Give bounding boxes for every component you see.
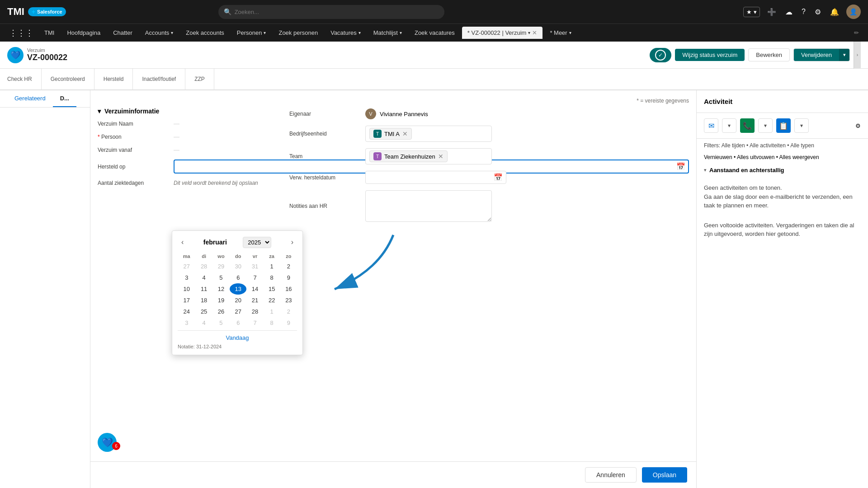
nav-item-tmi[interactable]: TMI (39, 27, 60, 39)
nav-item-matchlijst[interactable]: Matchlijst ▾ (368, 27, 407, 39)
calendar-day[interactable]: 2 (280, 261, 297, 272)
calendar-day[interactable]: 27 (178, 261, 196, 272)
email-dropdown-icon[interactable]: ▾ (722, 118, 736, 133)
nav-item-zoek-personen[interactable]: Zoek personen (273, 27, 323, 39)
phone-dropdown-icon[interactable]: ▾ (758, 118, 773, 133)
calendar-day[interactable]: 6 (230, 272, 246, 283)
sidebar-toggle-button[interactable]: › (854, 42, 861, 69)
add-button[interactable]: ➕ (765, 6, 778, 18)
nav-item-hoofdpagina[interactable]: Hoofdpagina (61, 27, 106, 39)
calendar-day[interactable]: 22 (264, 295, 280, 306)
calendar-day[interactable]: 5 (212, 272, 230, 283)
calendar-day[interactable]: 31 (246, 261, 263, 272)
close-tab-icon[interactable]: ✕ (532, 29, 537, 36)
nav-item-vacatures[interactable]: Vacatures ▾ (325, 27, 366, 39)
pipeline-step-hersteld[interactable]: Hersteld (94, 68, 133, 90)
notifications-button[interactable]: 🔔 (828, 6, 841, 18)
calendar-next-button[interactable]: › (288, 236, 297, 248)
nav-item-meer[interactable]: * Meer ▾ (544, 27, 576, 39)
nav-item-zoek-accounts[interactable]: Zoek accounts (180, 27, 230, 39)
bedrijfseenheid-remove-icon[interactable]: ✕ (402, 131, 408, 137)
settings-activity-icon[interactable]: ⚙ (855, 122, 861, 129)
calendar-day[interactable]: 27 (230, 306, 246, 317)
team-remove-icon[interactable]: ✕ (438, 153, 443, 160)
calendar-day[interactable]: 1 (264, 261, 280, 272)
pipeline-step-zzp[interactable]: ZZP (185, 68, 214, 90)
tab-details[interactable]: D... (53, 90, 76, 107)
calendar-day[interactable]: 28 (196, 261, 212, 272)
calendar-day[interactable]: 19 (212, 295, 230, 306)
calendar-day[interactable]: 9 (280, 272, 297, 283)
calendar-day[interactable]: 11 (196, 283, 212, 295)
calendar-day[interactable]: 18 (196, 295, 212, 306)
calendar-day[interactable]: 21 (246, 295, 263, 306)
email-button[interactable]: ✉ (704, 118, 718, 133)
calendar-prev-button[interactable]: ‹ (178, 236, 187, 248)
nav-item-personen[interactable]: Personen ▾ (231, 27, 272, 39)
tab-gerelateerd[interactable]: Gerelateerd (7, 90, 53, 107)
pipeline-step-inactief[interactable]: Inactief/foutief (133, 68, 185, 90)
delete-button[interactable]: Verwijderen (794, 49, 839, 61)
vernieuwen-link[interactable]: Vernieuwen (704, 154, 732, 160)
calendar-day[interactable]: 8 (264, 272, 280, 283)
calendar-day[interactable]: 16 (280, 283, 297, 295)
nav-item-accounts[interactable]: Accounts ▾ (140, 27, 179, 39)
cancel-button[interactable]: Annuleren (585, 467, 637, 483)
calendar-day[interactable]: 9 (280, 317, 297, 328)
calendar-day[interactable]: 24 (178, 306, 196, 317)
calendar-day[interactable]: 7 (246, 317, 263, 328)
calendar-day[interactable]: 30 (230, 261, 246, 272)
avatar[interactable]: 👤 (846, 5, 861, 19)
calendar-year-select[interactable]: 2024 2025 2026 (243, 237, 271, 248)
nav-item-chatter[interactable]: Chatter (108, 27, 138, 39)
calendar-day[interactable]: 13 (230, 283, 246, 295)
calendar-day[interactable]: 25 (196, 306, 212, 317)
calendar-day[interactable]: 10 (178, 283, 196, 295)
calendar-day[interactable]: 20 (230, 295, 246, 306)
today-link[interactable]: Vandaag (178, 330, 297, 341)
calendar-day[interactable]: 28 (246, 306, 263, 317)
calendar-day[interactable]: 26 (212, 306, 230, 317)
search-input[interactable] (218, 5, 444, 19)
aanstaand-section[interactable]: ▾ Aanstaand en achterstallig (697, 162, 868, 178)
calendar-day[interactable]: 8 (264, 317, 280, 328)
calendar-day[interactable]: 5 (212, 317, 230, 328)
verw-hersteldatum-calendar-icon[interactable]: 📅 (494, 173, 503, 182)
calendar-day[interactable]: 3 (178, 272, 196, 283)
task-button[interactable]: 📋 (776, 118, 791, 133)
cloud-button[interactable]: ☁ (783, 6, 794, 18)
calendar-day[interactable]: 12 (212, 283, 230, 295)
calendar-day[interactable]: 23 (280, 295, 297, 306)
calendar-day[interactable]: 7 (246, 272, 263, 283)
settings-button[interactable]: ⚙ (813, 6, 823, 18)
calendar-day[interactable]: 29 (212, 261, 230, 272)
calendar-day[interactable]: 17 (178, 295, 196, 306)
phone-button[interactable]: 📞 (740, 118, 755, 133)
verw-hersteldatum-input[interactable] (365, 171, 506, 184)
app-launcher-icon[interactable]: ⋮⋮⋮ (5, 28, 37, 38)
help-button[interactable]: ? (800, 6, 807, 18)
favorites-button[interactable]: ★ ▾ (743, 7, 760, 17)
calendar-day[interactable]: 1 (264, 306, 280, 317)
edit-button[interactable]: Bewerken (748, 48, 790, 61)
confirm-check-icon[interactable]: ✓ (655, 50, 666, 61)
calendar-day[interactable]: 4 (196, 317, 212, 328)
alles-weergeven-link[interactable]: Alles weergeven (779, 154, 819, 160)
pipeline-step-check-hr[interactable]: Check HR (7, 68, 42, 90)
pipeline-step-gecontroleerd[interactable]: Gecontroleerd (42, 68, 94, 90)
save-button[interactable]: Opslaan (642, 467, 687, 483)
nav-item-verzuim-active[interactable]: * VZ-000022 | Verzuim ▾ ✕ (462, 27, 543, 39)
calendar-day[interactable]: 4 (196, 272, 212, 283)
task-dropdown-icon[interactable]: ▾ (794, 118, 809, 133)
calendar-day[interactable]: 2 (280, 306, 297, 317)
calendar-day[interactable]: 3 (178, 317, 196, 328)
edit-nav-icon[interactable]: ✏ (850, 29, 863, 36)
notities-textarea[interactable] (365, 190, 492, 222)
alles-uitvouwen-link[interactable]: Alles uitvouwen (737, 154, 774, 160)
calendar-day[interactable]: 14 (246, 283, 263, 295)
hersteld-op-calendar-icon[interactable]: 📅 (676, 162, 685, 171)
calendar-day[interactable]: 6 (230, 317, 246, 328)
nav-item-zoek-vacatures[interactable]: Zoek vacatures (409, 27, 460, 39)
delete-dropdown-icon[interactable]: ▾ (839, 49, 849, 61)
status-button[interactable]: Wijzig status verzuim (675, 49, 745, 61)
